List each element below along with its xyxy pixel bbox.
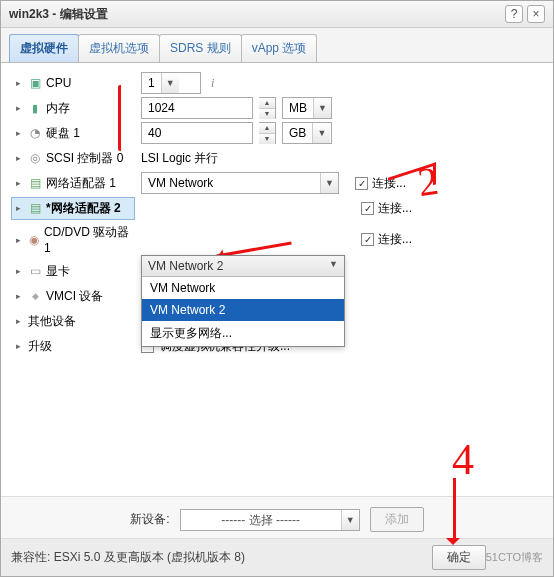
nic1-connect-checkbox[interactable]: ✓: [355, 177, 368, 190]
tab-bar: 虚拟硬件 虚拟机选项 SDRS 规则 vApp 选项: [1, 28, 553, 63]
other-label: 其他设备: [28, 313, 76, 330]
help-icon[interactable]: ?: [505, 5, 523, 23]
cd-connect-checkbox[interactable]: ✓: [361, 233, 374, 246]
chevron-down-icon: ▼: [161, 73, 179, 93]
memory-spinner[interactable]: ▲▼: [259, 97, 276, 119]
cpu-select[interactable]: 1▼: [141, 72, 201, 94]
disk-value[interactable]: 40: [141, 122, 253, 144]
memory-label: 内存: [46, 100, 70, 117]
new-device-label: 新设备:: [130, 511, 169, 528]
row-cdrom[interactable]: ▸CD/DVD 驱动器 1: [11, 221, 135, 258]
close-icon[interactable]: ×: [527, 5, 545, 23]
row-gpu[interactable]: ▸显卡: [11, 260, 135, 283]
upgrade-label: 升级: [28, 338, 52, 355]
row-nic2[interactable]: ▸*网络适配器 2: [11, 197, 135, 220]
nic-icon: [28, 201, 42, 215]
chevron-down-icon: ▼: [341, 510, 359, 530]
nic2-connect-label: 连接...: [378, 200, 412, 217]
vmci-icon: [28, 289, 42, 303]
row-upgrade[interactable]: ▸升级: [11, 335, 135, 358]
tab-vm-options[interactable]: 虚拟机选项: [78, 34, 160, 62]
tab-sdrs[interactable]: SDRS 规则: [159, 34, 242, 62]
disk-spinner[interactable]: ▲▼: [259, 122, 276, 144]
cd-icon: [27, 233, 40, 247]
scsi-icon: [28, 151, 42, 165]
watermark: 51CTO博客: [486, 550, 543, 565]
new-device-footer: 新设备: ------ 选择 ------▼ 添加: [1, 496, 553, 538]
chevron-down-icon: ▼: [320, 173, 338, 193]
chevron-down-icon: ▼: [329, 259, 338, 273]
cdrom-label: CD/DVD 驱动器 1: [44, 224, 130, 255]
nic2-connect-checkbox[interactable]: ✓: [361, 202, 374, 215]
cd-connect-label: 连接...: [378, 231, 412, 248]
hardware-list: ▸CPU 1▼ i ▸内存 1024▲▼ MB▼ ▸硬盘 1 40▲▼ GB▼ …: [1, 63, 553, 496]
cpu-label: CPU: [46, 76, 71, 90]
memory-unit[interactable]: MB▼: [282, 97, 332, 119]
dropdown-option-vm-network-2[interactable]: VM Network 2: [142, 299, 344, 321]
new-device-select[interactable]: ------ 选择 ------▼: [180, 509, 360, 531]
memory-icon: [28, 101, 42, 115]
titlebar: win2k3 - 编辑设置 ? ×: [1, 1, 553, 28]
gpu-icon: [28, 264, 42, 278]
row-scsi[interactable]: ▸SCSI 控制器 0: [11, 147, 135, 170]
nic2-label: *网络适配器 2: [46, 200, 121, 217]
compat-text: 兼容性: ESXi 5.0 及更高版本 (虚拟机版本 8): [11, 549, 245, 566]
dropdown-option-vm-network[interactable]: VM Network: [142, 277, 344, 299]
row-memory[interactable]: ▸内存: [11, 97, 135, 120]
row-disk[interactable]: ▸硬盘 1: [11, 122, 135, 145]
row-cpu[interactable]: ▸CPU: [11, 73, 135, 93]
gpu-label: 显卡: [46, 263, 70, 280]
dropdown-option-more[interactable]: 显示更多网络...: [142, 321, 344, 346]
nic2-network-dropdown[interactable]: VM Network 2▼ VM Network VM Network 2 显示…: [141, 255, 345, 347]
scsi-value: LSI Logic 并行: [141, 150, 218, 167]
scsi-label: SCSI 控制器 0: [46, 150, 123, 167]
row-nic1[interactable]: ▸网络适配器 1: [11, 172, 135, 195]
ok-button[interactable]: 确定: [432, 545, 486, 570]
compat-footer: 兼容性: ESXi 5.0 及更高版本 (虚拟机版本 8) 确定 51CTO博客: [1, 538, 553, 576]
add-button: 添加: [370, 507, 424, 532]
info-icon: i: [211, 76, 214, 91]
disk-label: 硬盘 1: [46, 125, 80, 142]
dropdown-header[interactable]: VM Network 2▼: [142, 256, 344, 277]
nic1-connect-label: 连接...: [372, 175, 406, 192]
nic1-label: 网络适配器 1: [46, 175, 116, 192]
row-other[interactable]: ▸其他设备: [11, 310, 135, 333]
nic-icon: [28, 176, 42, 190]
memory-value[interactable]: 1024: [141, 97, 253, 119]
disk-unit[interactable]: GB▼: [282, 122, 332, 144]
cpu-icon: [28, 76, 42, 90]
vmci-label: VMCI 设备: [46, 288, 103, 305]
nic1-network-select[interactable]: VM Network▼: [141, 172, 339, 194]
tab-vapp[interactable]: vApp 选项: [241, 34, 318, 62]
tab-hardware[interactable]: 虚拟硬件: [9, 34, 79, 62]
row-vmci[interactable]: ▸VMCI 设备: [11, 285, 135, 308]
disk-icon: [28, 126, 42, 140]
window-title: win2k3 - 编辑设置: [9, 6, 501, 23]
